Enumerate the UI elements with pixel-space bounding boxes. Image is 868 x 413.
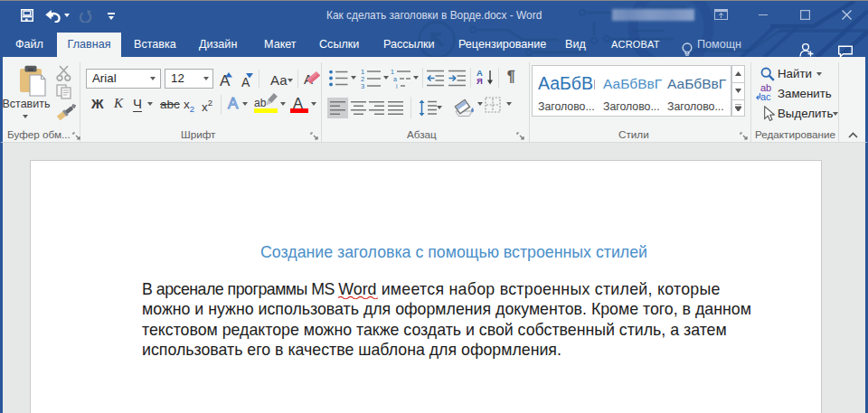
- svg-text:a: a: [393, 76, 397, 82]
- svg-text:i: i: [396, 83, 398, 89]
- svg-text:1: 1: [391, 69, 394, 75]
- svg-text:3: 3: [361, 82, 364, 89]
